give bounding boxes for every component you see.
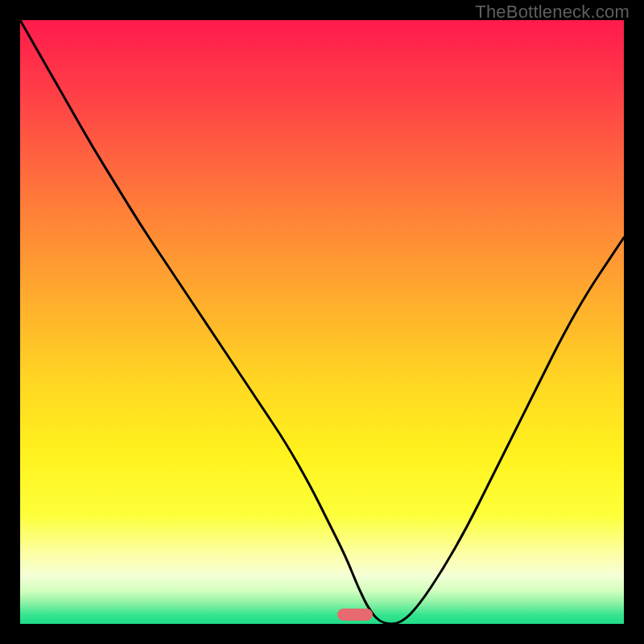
watermark-text: TheBottleneck.com [475, 2, 630, 23]
optimal-marker [337, 609, 373, 621]
chart-frame: TheBottleneck.com [0, 0, 644, 644]
gradient-background [20, 20, 624, 624]
bottleneck-chart [20, 20, 624, 624]
plot-area [20, 20, 624, 624]
